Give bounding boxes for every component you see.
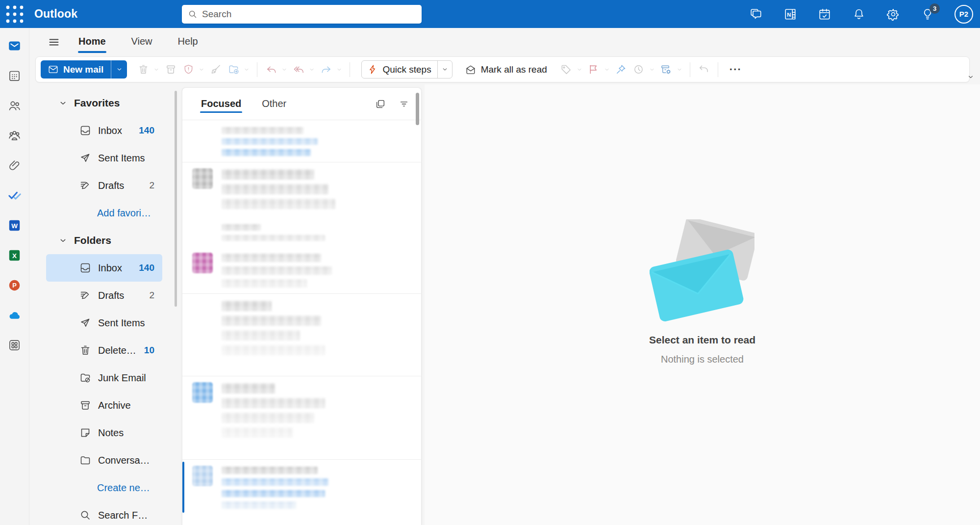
folders-header[interactable]: Folders: [46, 227, 172, 254]
folder-archive[interactable]: Archive: [46, 392, 162, 419]
quick-steps-dropdown[interactable]: [437, 61, 452, 78]
tasks-button[interactable]: [817, 7, 832, 22]
tab-focused[interactable]: Focused: [200, 89, 242, 118]
delete-dropdown[interactable]: [152, 61, 160, 79]
reply-all-button[interactable]: [290, 61, 307, 79]
categorize-button[interactable]: [558, 61, 575, 79]
folder-sent-items[interactable]: Sent Items: [46, 309, 162, 337]
folder-notes[interactable]: Notes: [46, 419, 162, 446]
app-launcher-button[interactable]: [3, 2, 26, 26]
folder-drafts[interactable]: Drafts2: [46, 282, 162, 309]
settings-icon: [887, 8, 900, 21]
notifications-button[interactable]: [852, 7, 866, 22]
report-dropdown[interactable]: [198, 61, 205, 79]
folder-label: Drafts: [98, 180, 124, 191]
main-area: HomeViewHelp New mailQuick stepsMark all…: [29, 28, 980, 525]
categorize-dropdown[interactable]: [576, 61, 583, 79]
redacted-text-bar: [222, 169, 314, 180]
tab-home[interactable]: Home: [76, 31, 108, 54]
avatar[interactable]: P2: [955, 5, 973, 24]
undo-button[interactable]: [696, 61, 712, 79]
email-list-item-selected[interactable]: [182, 460, 421, 515]
rail-item-to-do[interactable]: [4, 184, 25, 206]
folder-pane-scrollbar[interactable]: [175, 91, 177, 307]
favorites-drafts[interactable]: Drafts2: [46, 172, 162, 199]
rail-item-word[interactable]: W: [4, 214, 25, 236]
email-list-item[interactable]: [182, 120, 421, 162]
flag-dropdown[interactable]: [603, 61, 611, 79]
sweep-button[interactable]: [207, 61, 224, 79]
hamburger-button[interactable]: [44, 32, 64, 52]
rail-item-groups[interactable]: [4, 125, 25, 146]
favorites-header[interactable]: Favorites: [46, 89, 172, 117]
email-list-item[interactable]: [182, 247, 421, 294]
forward-dropdown[interactable]: [335, 61, 343, 79]
settings-button[interactable]: [886, 7, 901, 22]
teams-chat-button[interactable]: [749, 7, 763, 22]
folder-inbox[interactable]: Inbox140: [46, 254, 162, 282]
folder-junk-email[interactable]: Junk Email: [46, 364, 162, 392]
reply-dropdown[interactable]: [280, 61, 288, 79]
search-folders[interactable]: Search F…: [46, 501, 162, 525]
rail-item-mail[interactable]: [4, 35, 25, 56]
pin-button[interactable]: [613, 61, 629, 79]
rail-item-onedrive[interactable]: [4, 304, 25, 326]
tips-button[interactable]: 3: [920, 7, 935, 22]
redacted-text-bar: [222, 235, 325, 241]
onenote-icon: N: [784, 8, 797, 21]
favorites-sent-items[interactable]: Sent Items: [46, 144, 162, 172]
favorites-inbox[interactable]: Inbox140: [46, 117, 162, 144]
rail-item-excel[interactable]: X: [4, 244, 25, 266]
more-options-button[interactable]: ···: [724, 61, 748, 79]
message-list-scrollbar[interactable]: [416, 93, 419, 125]
empty-state: Select an item to read Nothing is select…: [649, 219, 755, 365]
select-all-button[interactable]: [372, 96, 389, 112]
report-button[interactable]: [180, 61, 197, 79]
redacted-text-bar: [222, 398, 325, 408]
sender-avatar: [192, 253, 213, 273]
folder-label: Inbox: [98, 262, 122, 274]
email-list-item[interactable]: [182, 376, 421, 460]
rail-item-people[interactable]: [4, 95, 25, 116]
rail-item-powerpoint[interactable]: P: [4, 274, 25, 296]
email-list-item[interactable]: [182, 162, 421, 217]
add-favorite[interactable]: Add favori…: [46, 199, 151, 227]
search-input[interactable]: [202, 9, 416, 20]
new-mail-dropdown[interactable]: [111, 60, 127, 79]
flag-button[interactable]: [585, 61, 602, 79]
redacted-text-bar: [222, 490, 325, 498]
rail-item-more-apps[interactable]: [4, 334, 25, 356]
email-list-item[interactable]: [182, 294, 421, 376]
filter-button[interactable]: [396, 96, 412, 112]
mark-all-as-read-button[interactable]: Mark all as read: [459, 60, 553, 79]
forward-button[interactable]: [318, 61, 334, 79]
reply-button[interactable]: [263, 61, 279, 79]
rail-item-files[interactable]: [4, 155, 25, 176]
onenote-button[interactable]: N: [783, 7, 798, 22]
email-list-item[interactable]: [182, 217, 421, 247]
search-box[interactable]: [182, 5, 422, 24]
tab-other[interactable]: Other: [261, 89, 287, 118]
snooze-dropdown[interactable]: [648, 61, 656, 79]
rules-button[interactable]: [658, 61, 675, 79]
delete-button[interactable]: [135, 61, 151, 79]
folder-deleted-items-icon: [79, 344, 91, 356]
create-new-folder[interactable]: Create ne…: [46, 474, 150, 501]
toolbar-divider: [718, 62, 718, 77]
tab-view[interactable]: View: [129, 31, 154, 54]
new-mail-button[interactable]: New mail: [41, 60, 111, 79]
quick-steps-button[interactable]: Quick steps: [362, 61, 437, 78]
ribbon-collapse-button[interactable]: [965, 72, 976, 82]
reply-all-dropdown[interactable]: [308, 61, 316, 79]
rail-item-calendar[interactable]: [4, 65, 25, 86]
folder-notes-icon: [79, 427, 91, 439]
folder-deleted-items[interactable]: Delete…10: [46, 337, 162, 364]
snooze-button[interactable]: [630, 61, 647, 79]
sender-avatar: [192, 466, 213, 486]
folder-conversation-history[interactable]: Conversa…: [46, 446, 162, 474]
move-to-dropdown[interactable]: [243, 61, 251, 79]
move-to-button[interactable]: [225, 61, 242, 79]
tab-help[interactable]: Help: [176, 31, 200, 54]
archive-button[interactable]: [162, 61, 179, 79]
rules-dropdown[interactable]: [676, 61, 683, 79]
